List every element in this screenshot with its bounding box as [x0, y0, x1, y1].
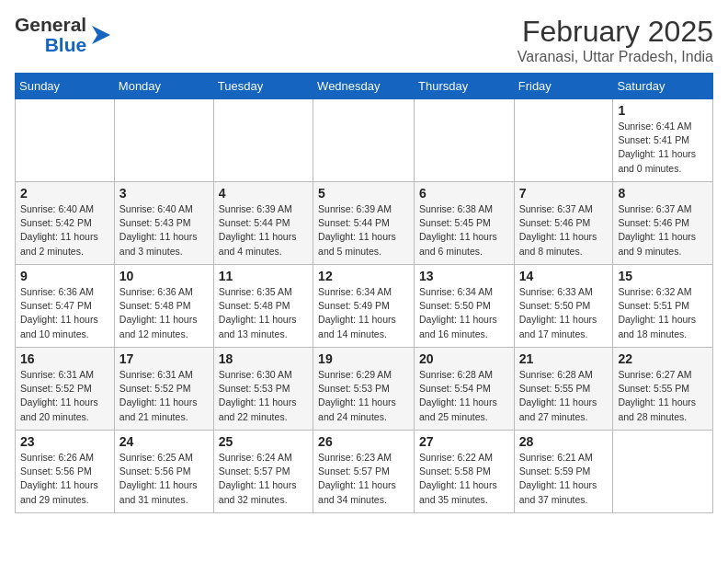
header: General Blue February 2025 Varanasi, Utt… [15, 15, 713, 65]
day-info: Sunrise: 6:33 AM Sunset: 5:50 PM Dayligh… [519, 285, 609, 341]
calendar-cell: 20Sunrise: 6:28 AM Sunset: 5:54 PM Dayli… [415, 348, 515, 431]
day-number: 7 [519, 186, 609, 201]
day-info: Sunrise: 6:40 AM Sunset: 5:42 PM Dayligh… [20, 202, 109, 259]
calendar-cell: 19Sunrise: 6:29 AM Sunset: 5:53 PM Dayli… [313, 348, 415, 431]
calendar-week-row: 16Sunrise: 6:31 AM Sunset: 5:52 PM Dayli… [16, 348, 713, 431]
calendar-cell: 4Sunrise: 6:39 AM Sunset: 5:44 PM Daylig… [213, 182, 313, 265]
weekday-header-wednesday: Wednesday [313, 74, 415, 99]
header-row: SundayMondayTuesdayWednesdayThursdayFrid… [16, 74, 713, 99]
day-info: Sunrise: 6:39 AM Sunset: 5:44 PM Dayligh… [219, 202, 308, 259]
calendar-table: SundayMondayTuesdayWednesdayThursdayFrid… [15, 73, 713, 513]
calendar-cell: 14Sunrise: 6:33 AM Sunset: 5:50 PM Dayli… [514, 265, 613, 348]
day-number: 26 [318, 434, 409, 449]
day-number: 13 [419, 269, 509, 283]
calendar-cell: 2Sunrise: 6:40 AM Sunset: 5:42 PM Daylig… [16, 182, 115, 265]
location-title: Varanasi, Uttar Pradesh, India [518, 49, 713, 65]
day-number: 15 [618, 269, 708, 283]
logo: General Blue [15, 15, 114, 55]
day-number: 14 [519, 269, 609, 283]
logo-arrow-icon [88, 22, 114, 48]
day-number: 2 [20, 186, 109, 201]
calendar-cell: 5Sunrise: 6:39 AM Sunset: 5:44 PM Daylig… [313, 182, 415, 265]
day-info: Sunrise: 6:39 AM Sunset: 5:44 PM Dayligh… [318, 202, 409, 259]
day-info: Sunrise: 6:26 AM Sunset: 5:56 PM Dayligh… [20, 451, 109, 507]
calendar-cell: 15Sunrise: 6:32 AM Sunset: 5:51 PM Dayli… [613, 265, 713, 348]
calendar-cell: 8Sunrise: 6:37 AM Sunset: 5:46 PM Daylig… [613, 182, 713, 265]
day-number: 25 [219, 434, 308, 449]
day-number: 16 [20, 351, 109, 366]
calendar-cell: 26Sunrise: 6:23 AM Sunset: 5:57 PM Dayli… [313, 431, 415, 513]
day-info: Sunrise: 6:23 AM Sunset: 5:57 PM Dayligh… [318, 451, 409, 507]
day-number: 28 [519, 434, 609, 449]
day-info: Sunrise: 6:28 AM Sunset: 5:55 PM Dayligh… [519, 368, 609, 424]
calendar-cell: 9Sunrise: 6:36 AM Sunset: 5:47 PM Daylig… [16, 265, 115, 348]
calendar-cell: 17Sunrise: 6:31 AM Sunset: 5:52 PM Dayli… [114, 348, 213, 431]
calendar-cell: 27Sunrise: 6:22 AM Sunset: 5:58 PM Dayli… [415, 431, 515, 513]
calendar-cell: 21Sunrise: 6:28 AM Sunset: 5:55 PM Dayli… [514, 348, 613, 431]
day-number: 20 [419, 351, 509, 366]
day-info: Sunrise: 6:29 AM Sunset: 5:53 PM Dayligh… [318, 368, 409, 424]
calendar-week-row: 1Sunrise: 6:41 AM Sunset: 5:41 PM Daylig… [16, 99, 713, 182]
day-info: Sunrise: 6:32 AM Sunset: 5:51 PM Dayligh… [618, 285, 708, 341]
day-number: 4 [219, 186, 308, 201]
day-number: 1 [618, 103, 708, 118]
day-info: Sunrise: 6:30 AM Sunset: 5:53 PM Dayligh… [219, 368, 308, 424]
weekday-header-tuesday: Tuesday [213, 74, 313, 99]
day-info: Sunrise: 6:41 AM Sunset: 5:41 PM Dayligh… [618, 120, 708, 176]
day-number: 10 [119, 269, 209, 283]
calendar-cell: 23Sunrise: 6:26 AM Sunset: 5:56 PM Dayli… [16, 431, 115, 513]
calendar-week-row: 9Sunrise: 6:36 AM Sunset: 5:47 PM Daylig… [16, 265, 713, 348]
day-info: Sunrise: 6:37 AM Sunset: 5:46 PM Dayligh… [618, 202, 708, 259]
calendar-cell [213, 99, 313, 182]
calendar-cell: 22Sunrise: 6:27 AM Sunset: 5:55 PM Dayli… [613, 348, 713, 431]
calendar-cell: 6Sunrise: 6:38 AM Sunset: 5:45 PM Daylig… [415, 182, 515, 265]
calendar-cell: 24Sunrise: 6:25 AM Sunset: 5:56 PM Dayli… [114, 431, 213, 513]
calendar-cell [613, 431, 713, 513]
weekday-header-friday: Friday [514, 74, 613, 99]
weekday-header-saturday: Saturday [613, 74, 713, 99]
day-info: Sunrise: 6:36 AM Sunset: 5:47 PM Dayligh… [20, 285, 109, 341]
day-info: Sunrise: 6:38 AM Sunset: 5:45 PM Dayligh… [419, 202, 509, 259]
calendar-cell: 1Sunrise: 6:41 AM Sunset: 5:41 PM Daylig… [613, 99, 713, 182]
calendar-cell [514, 99, 613, 182]
day-number: 3 [119, 186, 209, 201]
day-info: Sunrise: 6:31 AM Sunset: 5:52 PM Dayligh… [119, 368, 209, 424]
calendar-cell: 11Sunrise: 6:35 AM Sunset: 5:48 PM Dayli… [213, 265, 313, 348]
calendar-cell [313, 99, 415, 182]
day-info: Sunrise: 6:22 AM Sunset: 5:58 PM Dayligh… [419, 451, 509, 507]
calendar-cell [415, 99, 515, 182]
day-info: Sunrise: 6:27 AM Sunset: 5:55 PM Dayligh… [618, 368, 708, 424]
logo-general: General [15, 15, 86, 35]
weekday-header-sunday: Sunday [16, 74, 115, 99]
title-area: February 2025 Varanasi, Uttar Pradesh, I… [518, 15, 713, 65]
day-info: Sunrise: 6:36 AM Sunset: 5:48 PM Dayligh… [119, 285, 209, 341]
day-number: 12 [318, 269, 409, 283]
logo-blue: Blue [45, 35, 87, 55]
day-number: 19 [318, 351, 409, 366]
weekday-header-thursday: Thursday [415, 74, 515, 99]
calendar-cell: 25Sunrise: 6:24 AM Sunset: 5:57 PM Dayli… [213, 431, 313, 513]
calendar-cell: 16Sunrise: 6:31 AM Sunset: 5:52 PM Dayli… [16, 348, 115, 431]
calendar-cell: 10Sunrise: 6:36 AM Sunset: 5:48 PM Dayli… [114, 265, 213, 348]
day-info: Sunrise: 6:21 AM Sunset: 5:59 PM Dayligh… [519, 451, 609, 507]
calendar-cell: 28Sunrise: 6:21 AM Sunset: 5:59 PM Dayli… [514, 431, 613, 513]
calendar-week-row: 23Sunrise: 6:26 AM Sunset: 5:56 PM Dayli… [16, 431, 713, 513]
calendar-week-row: 2Sunrise: 6:40 AM Sunset: 5:42 PM Daylig… [16, 182, 713, 265]
weekday-header-monday: Monday [114, 74, 213, 99]
calendar-cell: 18Sunrise: 6:30 AM Sunset: 5:53 PM Dayli… [213, 348, 313, 431]
day-number: 9 [20, 269, 109, 283]
day-info: Sunrise: 6:34 AM Sunset: 5:49 PM Dayligh… [318, 285, 409, 341]
day-info: Sunrise: 6:40 AM Sunset: 5:43 PM Dayligh… [119, 202, 209, 259]
day-number: 6 [419, 186, 509, 201]
day-info: Sunrise: 6:25 AM Sunset: 5:56 PM Dayligh… [119, 451, 209, 507]
day-number: 23 [20, 434, 109, 449]
day-number: 24 [119, 434, 209, 449]
day-number: 22 [618, 351, 708, 366]
day-number: 27 [419, 434, 509, 449]
day-number: 11 [219, 269, 308, 283]
day-info: Sunrise: 6:37 AM Sunset: 5:46 PM Dayligh… [519, 202, 609, 259]
day-info: Sunrise: 6:24 AM Sunset: 5:57 PM Dayligh… [219, 451, 308, 507]
calendar-cell [16, 99, 115, 182]
calendar-cell: 3Sunrise: 6:40 AM Sunset: 5:43 PM Daylig… [114, 182, 213, 265]
day-number: 17 [119, 351, 209, 366]
